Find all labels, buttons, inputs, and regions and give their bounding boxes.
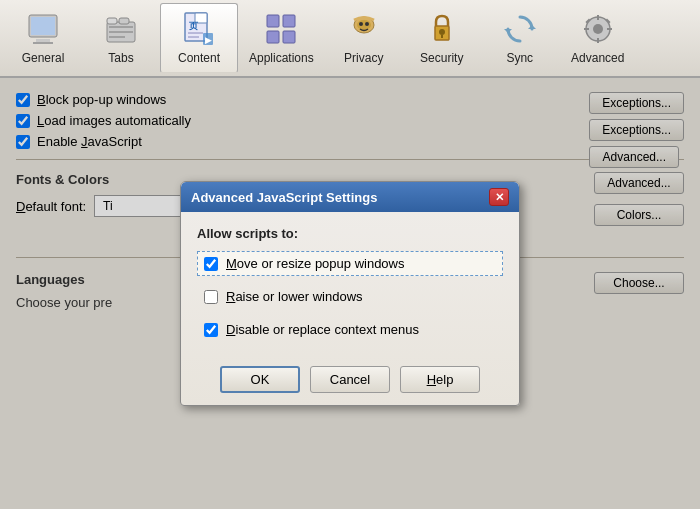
svg-marker-28 [528, 25, 536, 29]
move-resize-checkbox[interactable] [204, 257, 218, 271]
svg-point-31 [593, 24, 603, 34]
cancel-button[interactable]: Cancel [310, 366, 390, 393]
svg-point-22 [357, 20, 371, 30]
help-button[interactable]: Help [400, 366, 480, 393]
privacy-icon [346, 11, 382, 47]
raise-lower-checkbox[interactable] [204, 290, 218, 304]
toolbar-item-applications[interactable]: Applications [238, 3, 325, 73]
svg-text:页: 页 [188, 21, 199, 31]
svg-rect-9 [109, 36, 125, 38]
svg-marker-29 [504, 29, 512, 33]
svg-rect-2 [36, 39, 50, 42]
disable-context-checkbox[interactable] [204, 323, 218, 337]
svg-rect-17 [267, 15, 279, 27]
toolbar-label-applications: Applications [249, 51, 314, 65]
general-icon [25, 11, 61, 47]
toolbar-item-sync[interactable]: Sync [481, 3, 559, 73]
tabs-icon [103, 11, 139, 47]
advanced-icon [580, 11, 616, 47]
dialog-checkbox-row-2: Raise or lower windows [197, 284, 503, 309]
toolbar: General Tabs 页 ▶ [0, 0, 700, 78]
svg-rect-7 [109, 26, 133, 28]
svg-rect-1 [31, 17, 55, 35]
toolbar-label-advanced: Advanced [571, 51, 624, 65]
svg-rect-35 [607, 28, 612, 30]
toolbar-item-security[interactable]: Security [403, 3, 481, 73]
dialog-title: Advanced JavaScript Settings [191, 190, 377, 205]
svg-rect-5 [107, 18, 117, 24]
toolbar-label-sync: Sync [506, 51, 533, 65]
toolbar-label-content: Content [178, 51, 220, 65]
svg-point-24 [365, 22, 369, 26]
disable-context-label: Disable or replace context menus [226, 322, 419, 337]
svg-rect-34 [584, 28, 589, 30]
dialog-titlebar: Advanced JavaScript Settings ✕ [181, 182, 519, 212]
svg-text:▶: ▶ [205, 35, 212, 45]
svg-rect-8 [109, 31, 133, 33]
toolbar-label-tabs: Tabs [108, 51, 133, 65]
toolbar-item-privacy[interactable]: Privacy [325, 3, 403, 73]
applications-icon [263, 11, 299, 47]
toolbar-item-tabs[interactable]: Tabs [82, 3, 160, 73]
toolbar-label-privacy: Privacy [344, 51, 383, 65]
svg-rect-3 [33, 42, 53, 44]
dialog-body: Allow scripts to: Move or resize popup w… [181, 212, 519, 405]
dialog-buttons: OK Cancel Help [197, 356, 503, 393]
toolbar-item-advanced[interactable]: Advanced [559, 3, 637, 73]
dialog-checkbox-row-3: Disable or replace context menus [197, 317, 503, 342]
modal-overlay: Advanced JavaScript Settings ✕ Allow scr… [0, 78, 700, 509]
dialog-subtitle: Allow scripts to: [197, 226, 503, 241]
dialog-close-button[interactable]: ✕ [489, 188, 509, 206]
toolbar-item-content[interactable]: 页 ▶ Content [160, 3, 238, 73]
main-content: Exceptions... Exceptions... Advanced... … [0, 78, 700, 509]
sync-icon [502, 11, 538, 47]
dialog: Advanced JavaScript Settings ✕ Allow scr… [180, 181, 520, 406]
svg-rect-18 [283, 15, 295, 27]
svg-point-23 [359, 22, 363, 26]
content-icon: 页 ▶ [181, 11, 217, 47]
raise-lower-label: Raise or lower windows [226, 289, 363, 304]
svg-rect-19 [267, 31, 279, 43]
toolbar-item-general[interactable]: General [4, 3, 82, 73]
move-resize-label: Move or resize popup windows [226, 256, 405, 271]
ok-button[interactable]: OK [220, 366, 300, 393]
toolbar-label-general: General [22, 51, 65, 65]
svg-point-26 [439, 29, 445, 35]
svg-rect-6 [119, 18, 129, 24]
security-icon [424, 11, 460, 47]
svg-rect-20 [283, 31, 295, 43]
svg-rect-33 [597, 38, 599, 43]
dialog-checkbox-row-1: Move or resize popup windows [197, 251, 503, 276]
svg-rect-32 [597, 15, 599, 20]
toolbar-label-security: Security [420, 51, 463, 65]
